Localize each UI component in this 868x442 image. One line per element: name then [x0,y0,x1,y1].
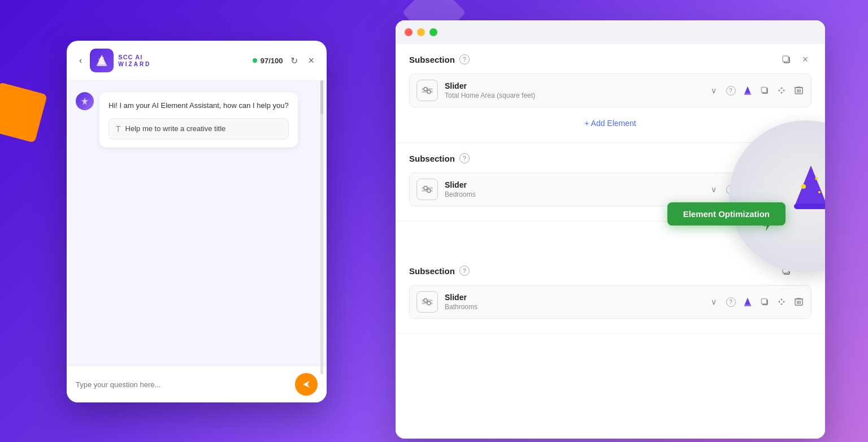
traffic-green[interactable] [429,28,437,36]
svg-point-24 [427,189,431,193]
svg-point-39 [815,177,818,180]
help-element-3[interactable]: ? [725,296,736,307]
score-value: 97/100 [261,57,283,65]
wizard-panel: ‹ SCC AI WIZARD 97/100 ↻ × [67,41,327,402]
score-dot [253,58,257,63]
wizard-element-1[interactable] [742,85,753,96]
subsection-header-1: Subsection ? × [409,53,811,66]
help-element-1[interactable]: ? [725,85,736,96]
element-controls-1: ∨ ? [708,85,804,96]
browser-content: Subsection ? × [396,44,825,439]
ai-message: Hi! I am your AI Element Assistant, how … [108,100,289,111]
svg-point-9 [427,90,431,94]
element-info-3: Slider Bathrooms [445,293,701,311]
move-element-1[interactable] [776,85,787,96]
score-display: 97/100 [253,57,283,65]
wizard-popup-circle [729,120,825,273]
svg-rect-11 [744,93,752,94]
element-info-2: Slider Bedrooms [445,180,701,198]
wizard-body: Hi! I am your AI Element Assistant, how … [67,81,327,366]
subsection-actions-1: × [780,53,811,66]
svg-rect-1 [97,64,107,66]
subsection-title-row-2: Subsection ? [409,153,470,163]
wizard-logo: SCC AI WIZARD [90,49,151,72]
delete-element-1[interactable] [793,85,804,96]
suggestion-text: Help me to write a creative title [125,124,226,133]
subsection-help-2[interactable]: ? [459,153,470,163]
svg-rect-13 [762,88,767,93]
svg-point-45 [424,299,427,302]
slider-icon-1 [416,80,438,101]
question-input[interactable] [76,380,289,389]
element-info-1: Slider Total Home Area (square feet) [445,81,701,99]
chevron-down-1[interactable]: ∨ [708,85,719,96]
svg-point-38 [801,184,806,189]
wizard-footer [67,366,327,402]
element-desc-2: Bedrooms [445,190,701,198]
svg-point-40 [818,191,821,193]
subsection-title-row-1: Subsection ? [409,54,470,64]
slider-icon-2 [416,179,438,200]
wizard-header: ‹ SCC AI WIZARD 97/100 ↻ × [67,41,327,81]
svg-rect-36 [794,203,825,209]
copy-subsection-1[interactable] [780,53,792,66]
svg-rect-5 [783,56,788,62]
element-name-2: Slider [445,180,701,189]
ai-bubble: Hi! I am your AI Element Assistant, how … [99,92,298,148]
svg-marker-37 [796,166,825,203]
element-optimization-button[interactable]: Element Optimization [667,202,785,226]
add-element-button-1[interactable]: + Add Element [409,113,811,133]
svg-marker-10 [745,86,751,94]
subsection-title-row-3: Subsection ? [409,266,470,276]
svg-rect-50 [762,299,767,304]
chevron-down-3[interactable]: ∨ [708,296,719,307]
wizard-element-3[interactable] [742,296,753,307]
delete-element-3[interactable] [793,296,804,307]
copy-element-1[interactable] [759,85,770,96]
refresh-button[interactable]: ↻ [288,53,300,68]
svg-rect-48 [744,305,752,306]
message-row: Hi! I am your AI Element Assistant, how … [76,92,318,148]
element-desc-1: Total Home Area (square feet) [445,92,701,99]
subsection-header-3: Subsection ? × [409,265,811,277]
suggestion-button[interactable]: T Help me to write a creative title [108,118,289,140]
subsection-title-1: Subsection [409,55,455,64]
copy-element-3[interactable] [759,296,770,307]
subsection-help-3[interactable]: ? [459,266,470,276]
traffic-yellow[interactable] [417,28,425,36]
element-name-3: Slider [445,293,701,302]
element-desc-3: Bathrooms [445,303,701,311]
element-row-1: Slider Total Home Area (square feet) ∨ ? [409,73,811,107]
svg-point-23 [424,187,427,190]
element-row-3: Slider Bathrooms ∨ ? [409,285,811,319]
svg-point-2 [99,59,101,60]
subsection-title-3: Subsection [409,266,455,276]
move-element-3[interactable] [776,296,787,307]
chevron-down-2[interactable]: ∨ [708,184,719,195]
subsection-block-3: Subsection ? × [396,255,825,334]
slider-icon-3 [416,291,438,313]
subsection-block-2: Subsection ? × [396,143,825,222]
back-button[interactable]: ‹ [77,53,84,68]
logo-wizard: WIZARD [118,61,151,67]
subsection-title-2: Subsection [409,154,455,163]
svg-point-3 [103,57,104,58]
ai-avatar [76,92,94,110]
svg-point-8 [424,88,427,91]
close-button[interactable]: × [306,53,316,69]
traffic-red[interactable] [405,28,413,36]
subsection-block-1: Subsection ? × [396,44,825,143]
subsection-help-1[interactable]: ? [459,54,470,64]
svg-marker-47 [745,298,751,305]
svg-point-46 [427,302,431,305]
browser-titlebar [396,20,825,44]
text-icon: T [116,124,121,133]
send-button[interactable] [295,373,318,396]
close-subsection-1[interactable]: × [799,53,811,66]
logo-text: SCC AI WIZARD [118,54,151,67]
logo-icon [90,49,114,72]
svg-marker-0 [97,55,106,64]
element-controls-3: ∨ ? [708,296,804,307]
logo-scc: SCC AI [118,54,151,60]
element-name-1: Slider [445,81,701,90]
